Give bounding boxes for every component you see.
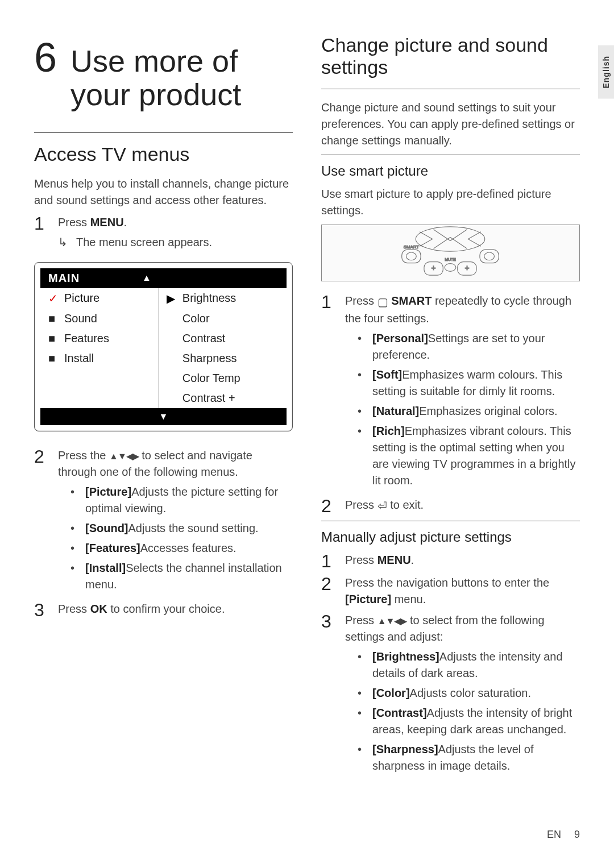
step-1: 1 Press ▢ SMART repeatedly to cycle thro… <box>321 293 580 492</box>
result-text: The menu screen appears. <box>76 234 212 251</box>
opt-text: Emphasizes original colors. <box>419 405 557 417</box>
osd-header-title: MAIN <box>48 272 80 285</box>
step-body: Press ⏎ to exit. <box>345 497 580 515</box>
option-color: [Color]Adjusts color saturation. <box>345 685 580 701</box>
intro-paragraph: Change picture and sound settings to sui… <box>321 99 580 149</box>
section-heading-picture-sound: Change picture and sound settings <box>321 34 580 78</box>
menu-options-list: [Picture]Adjusts the picture setting for… <box>58 484 293 593</box>
label: Sound <box>64 312 97 325</box>
subheading-manual-picture: Manually adjust picture settings <box>321 529 580 545</box>
step-number: 1 <box>321 293 335 492</box>
step-2: 2 Press the ▲▼◀▶ to select and navigate … <box>34 447 293 596</box>
subheading-smart-picture: Use smart picture <box>321 163 580 179</box>
step-number: 3 <box>321 612 335 778</box>
option-personal: [Personal]Settings are set to your prefe… <box>345 330 580 363</box>
text: . <box>411 554 414 566</box>
svg-point-3 <box>406 252 417 260</box>
svg-point-5 <box>484 252 495 260</box>
right-column: Change picture and sound settings Change… <box>321 34 580 782</box>
key-picture: [Picture] <box>345 593 391 605</box>
opt-bold: [Features] <box>85 542 140 554</box>
play-triangle-icon: ▶ <box>167 292 177 305</box>
step-2: 2 Press the navigation buttons to enter … <box>321 575 580 608</box>
label: Contrast <box>182 332 226 345</box>
opt-bold: [Sharpness] <box>372 743 438 755</box>
step-1: 1 Press MENU. <box>321 552 580 570</box>
smart-picture-intro: Use smart picture to apply pre-defined p… <box>321 186 580 219</box>
svg-text:+: + <box>464 264 469 273</box>
text: to exit. <box>387 499 424 511</box>
opt-bold: [Sound] <box>85 522 128 534</box>
opt-bold: [Rich] <box>372 425 405 437</box>
osd-mock: MAIN ▲ ✓Picture ■Sound ■Features ■Instal… <box>34 262 293 431</box>
subsection-rule <box>321 521 580 521</box>
square-icon: ■ <box>48 352 59 365</box>
svg-text:SMART: SMART <box>404 244 419 250</box>
opt-text: Adjusts color saturation. <box>410 687 531 699</box>
smart-steps: 1 Press ▢ SMART repeatedly to cycle thro… <box>321 293 580 515</box>
step-body: Press the ▲▼◀▶ to select and navigate th… <box>58 447 293 596</box>
option-picture: [Picture]Adjusts the picture setting for… <box>58 484 293 517</box>
label: Color <box>182 312 210 325</box>
osd-item-colortemp: Color Temp <box>159 368 287 388</box>
svg-text:+: + <box>432 264 436 273</box>
two-column-layout: 6 Use more of your product Access TV men… <box>34 34 580 782</box>
osd-item-color: Color <box>159 309 287 329</box>
step-body: Press MENU. <box>345 552 580 570</box>
option-soft: [Soft]Emphasizes warm colours. This sett… <box>345 367 580 400</box>
smart-button-icon: ▢ <box>377 294 388 310</box>
step-1: 1 Press MENU. ↳ The menu screen appears. <box>34 214 293 251</box>
label: Contrast + <box>182 392 235 405</box>
osd-header: MAIN ▲ <box>40 268 287 288</box>
square-icon: ■ <box>48 332 59 345</box>
manual-options-list: [Brightness]Adjusts the intensity and de… <box>345 649 580 774</box>
osd-item-features: ■Features <box>40 329 158 348</box>
step-body: Press ▢ SMART repeatedly to cycle throug… <box>345 293 580 492</box>
opt-bold: [Brightness] <box>372 650 439 663</box>
step-2: 2 Press ⏎ to exit. <box>321 497 580 515</box>
step-body: Press MENU. ↳ The menu screen appears. <box>58 214 293 251</box>
footer-lang: EN <box>547 829 561 840</box>
text: Press the navigation buttons to enter th… <box>345 576 549 589</box>
nav-arrows-icon: ▲▼◀▶ <box>377 616 407 626</box>
text: Press <box>345 554 377 566</box>
intro-paragraph: Menus help you to install channels, chan… <box>34 176 293 209</box>
text: menu. <box>391 593 426 605</box>
svg-text:MUTE: MUTE <box>445 258 456 261</box>
text: . <box>124 216 127 229</box>
opt-bold: [Natural] <box>372 405 419 417</box>
step-body: Press OK to confirm your choice. <box>58 601 293 619</box>
manual-page: English 6 Use more of your product Acces… <box>0 0 614 868</box>
key-smart: SMART <box>391 294 432 307</box>
opt-bold: [Install] <box>85 562 126 574</box>
option-sharpness: [Sharpness]Adjusts the level of sharpnes… <box>345 741 580 774</box>
osd-right-panel: ▶Brightness Color Contrast Sharpness Col… <box>159 288 287 408</box>
chapter-title-line1: Use more of <box>70 44 238 78</box>
chapter-number: 6 <box>34 34 57 81</box>
key-ok: OK <box>90 603 107 615</box>
option-natural: [Natural]Emphasizes original colors. <box>345 403 580 420</box>
section-rule <box>321 89 580 89</box>
result-line: ↳ The menu screen appears. <box>58 234 293 251</box>
opt-bold: [Contrast] <box>372 707 427 719</box>
option-rich: [Rich]Emphasizes vibrant colours. This s… <box>345 423 580 489</box>
step-number: 2 <box>321 497 335 515</box>
label: Color Temp <box>182 372 240 385</box>
chapter-title-line2: your product <box>70 77 241 111</box>
osd-body: ✓Picture ■Sound ■Features ■Install ▶Brig… <box>40 288 287 408</box>
text: to confirm your choice. <box>107 603 225 615</box>
key-menu: MENU <box>90 216 124 229</box>
manual-steps: 1 Press MENU. 2 Press the navigation but… <box>321 552 580 778</box>
step-number: 2 <box>34 447 48 596</box>
chapter-heading: 6 Use more of your product <box>34 34 293 112</box>
opt-bold: [Soft] <box>372 368 402 381</box>
option-sound: [Sound]Adjusts the sound setting. <box>58 520 293 537</box>
section-heading-access-menus: Access TV menus <box>34 143 293 165</box>
steps-list: 1 Press MENU. ↳ The menu screen appears. <box>34 214 293 251</box>
remote-svg-icon: SMART + + MUTE <box>322 225 579 281</box>
left-column: 6 Use more of your product Access TV men… <box>34 34 293 782</box>
step-body: Press the navigation buttons to enter th… <box>345 575 580 608</box>
text: Press <box>345 499 377 511</box>
option-features: [Features]Accesses features. <box>58 540 293 556</box>
svg-point-0 <box>416 227 485 251</box>
